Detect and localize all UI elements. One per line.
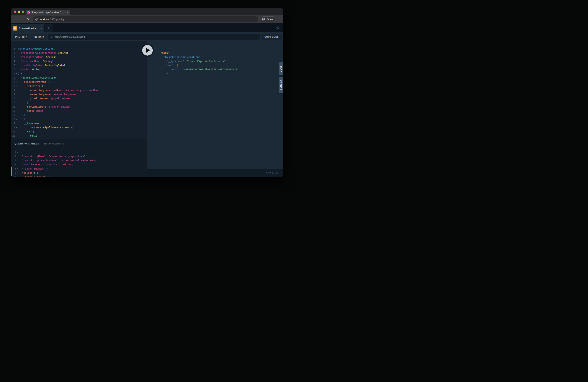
code-line: 19 __typename	[11, 121, 147, 126]
code-text: }	[157, 80, 283, 84]
code-text: "save_metrics": {	[19, 175, 147, 177]
variables-editor[interactable]: 1▾{2 "repositoryName": "experimental_rep…	[11, 148, 147, 177]
new-tab-button[interactable]: +	[73, 10, 77, 15]
line-number: 3	[11, 56, 15, 58]
code-line: 8 launchPipelineExecution(	[11, 76, 147, 80]
code-text: "repositoryLocationName": "experimental_…	[19, 158, 147, 163]
fold-arrow-icon[interactable]: ▾	[15, 84, 18, 88]
code-line: "__typename": "LaunchPipelineRunSuccess"…	[147, 59, 283, 63]
fold-arrow-icon[interactable]: ▾	[15, 117, 18, 121]
browser-tab[interactable]: Playground - http://localhost:3 ✕	[26, 10, 70, 15]
docs-side-tab[interactable]: DOCS	[278, 62, 283, 75]
code-line: }	[147, 84, 283, 88]
code-line: 14 }	[11, 101, 147, 105]
code-line: }	[147, 80, 283, 84]
line-number: 10	[11, 85, 15, 87]
endpoint-input[interactable]: ↺ http://localhost:3333/graphql	[48, 34, 260, 40]
line-number: 9	[11, 81, 15, 83]
code-line: 11 repositoryLocationName: $repositoryLo…	[11, 88, 147, 92]
query-editor[interactable]: 1mutation ExecutePipeline(2 $repositoryL…	[11, 41, 147, 139]
fold-arrow-icon[interactable]: ▾	[15, 126, 18, 129]
fold-arrow-icon[interactable]: ▾	[154, 51, 157, 55]
code-text: repositoryName: $repositoryName	[18, 92, 147, 96]
profile-button[interactable]: Guest	[261, 16, 276, 22]
prettify-button[interactable]: PRETTIFY	[13, 34, 30, 40]
line-number: 23	[11, 139, 15, 139]
execute-button[interactable]	[141, 44, 154, 57]
browser-menu-icon[interactable]: ⋮	[277, 17, 281, 21]
browser-tabstrip: Playground - http://localhost:3 ✕ +	[11, 8, 283, 15]
tab-http-headers[interactable]: HTTP HEADERS	[44, 142, 64, 145]
line-number: 3	[11, 159, 16, 162]
minimize-window-button[interactable]	[18, 11, 20, 13]
line-number: 12	[11, 93, 15, 96]
tab-close-icon[interactable]: ✕	[66, 11, 68, 14]
code-text: "run": {	[157, 63, 283, 67]
code-text: $repositoryName: String!	[18, 55, 147, 59]
schema-side-tab[interactable]: SCHEMA	[278, 77, 283, 93]
variables-panel: QUERY VARIABLES HTTP HEADERS 1▾{2 "repos…	[11, 139, 147, 177]
code-text: selector: {	[18, 84, 147, 88]
response-pane[interactable]: ▾{▾ "data": {▾ "launchPipelineExecution"…	[147, 41, 283, 169]
playground-new-tab-button[interactable]: +	[45, 24, 53, 32]
code-text: "solids": {	[19, 171, 147, 175]
fold-arrow-icon[interactable]: ▾	[154, 55, 157, 59]
reload-icon[interactable]: ↻	[25, 17, 30, 22]
graphql-favicon-icon	[27, 11, 30, 14]
code-text: $repositoryLocationName: String!	[18, 51, 147, 55]
playground-tab-executepipeline[interactable]: M ExecutePipeline ✕	[11, 24, 44, 32]
code-line: 3 "repositoryLocationName": "experimenta…	[11, 158, 147, 163]
line-number: 19	[11, 122, 15, 125]
code-line: 1mutation ExecutePipeline(	[11, 47, 147, 51]
fold-arrow-icon[interactable]: ▾	[15, 72, 18, 76]
code-text: {	[157, 47, 283, 51]
tracing-label[interactable]: TRACING	[266, 171, 278, 174]
code-text: "data": {	[157, 51, 283, 55]
close-window-button[interactable]	[14, 11, 16, 13]
screenshot-stage: Playground - http://localhost:3 ✕ + ← → …	[0, 0, 294, 191]
copy-curl-button[interactable]: COPY CURL	[261, 34, 282, 40]
code-text: }	[157, 76, 283, 80]
code-text: __typename	[18, 121, 147, 126]
code-line: 5▾ "runConfigData": {	[11, 167, 147, 171]
code-line: 12 repositoryName: $repositoryName	[11, 92, 147, 96]
line-number: 5	[11, 64, 15, 67]
fold-arrow-icon[interactable]: ▾	[16, 171, 19, 175]
fold-arrow-icon[interactable]: ▾	[154, 47, 157, 51]
fold-arrow-icon[interactable]: ▾	[16, 150, 19, 154]
code-text: $mode: String!	[18, 67, 147, 72]
code-text: }	[157, 84, 283, 88]
forward-icon[interactable]: →	[19, 17, 24, 22]
code-line: 15 runConfigData: $runConfigData	[11, 105, 147, 109]
code-text: executionParams: {	[18, 80, 147, 84]
line-number: 6	[11, 68, 15, 71]
code-text: pipelineName: $pipelineName	[18, 96, 147, 101]
code-text: {	[19, 150, 147, 154]
play-icon	[146, 48, 150, 53]
line-number: 11	[11, 89, 15, 91]
reset-endpoint-icon[interactable]: ↺	[50, 35, 53, 39]
fold-arrow-icon[interactable]: ▾	[15, 80, 18, 84]
code-line: }	[147, 72, 283, 76]
window-controls	[14, 11, 24, 13]
code-text: "launchPipelineExecution": {	[157, 55, 283, 59]
settings-gear-icon[interactable]: ⚙	[276, 26, 283, 30]
code-line: 1▾{	[11, 150, 147, 154]
site-info-icon[interactable]	[35, 18, 38, 21]
code-line: 6▾ "solids": {	[11, 171, 147, 175]
code-text: $pipelineName: String!	[18, 59, 147, 63]
tab-query-variables[interactable]: QUERY VARIABLES	[15, 142, 39, 145]
code-text: }	[18, 138, 147, 139]
code-line: 7▾ "save_metrics": {	[11, 175, 147, 177]
history-button[interactable]: HISTORY	[31, 34, 47, 40]
mutation-badge: M	[13, 26, 17, 30]
maximize-window-button[interactable]	[22, 11, 24, 13]
fold-arrow-icon[interactable]: ▾	[16, 175, 19, 177]
back-icon[interactable]: ←	[13, 17, 18, 22]
address-bar[interactable]: localhost:3333/graphql	[33, 16, 258, 22]
code-line: 17 }	[11, 113, 147, 117]
code-line: ▾{	[147, 47, 283, 51]
playground-tab-close-icon[interactable]: ✕	[40, 27, 42, 30]
profile-label: Guest	[267, 18, 273, 21]
fold-arrow-icon[interactable]: ▾	[16, 167, 19, 171]
